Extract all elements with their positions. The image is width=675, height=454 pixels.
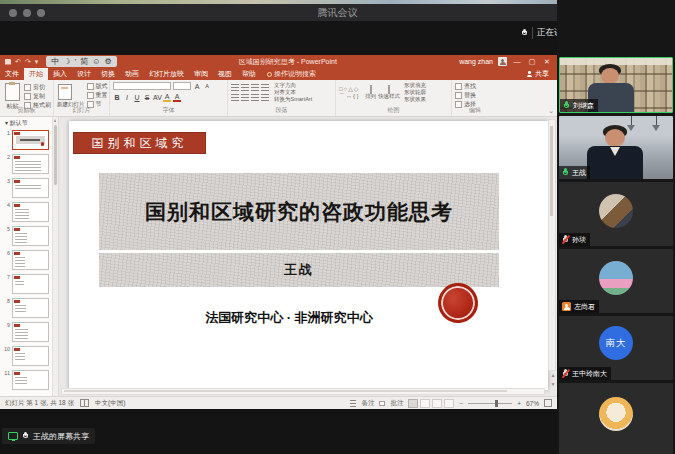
slide-thumbnail-3[interactable]: 3 (0, 177, 58, 201)
arrange-button[interactable]: 排列 (365, 93, 376, 100)
participant-tile-3[interactable]: 孙琰 (559, 182, 673, 246)
fit-to-window-icon[interactable] (544, 399, 552, 407)
slide-canvas[interactable]: 国别和区域究 国别和区域研究的咨政功能思考 王战 法国研究中心 · 非洲研究中心 (69, 121, 548, 390)
zoom-percentage[interactable]: 67% (526, 400, 539, 407)
find-button[interactable]: 查找 (464, 82, 476, 91)
align-right-icon[interactable] (251, 94, 259, 101)
tab-slideshow[interactable]: 幻灯片放映 (144, 68, 189, 80)
indent-decrease-icon[interactable] (251, 84, 259, 91)
decrease-font-icon[interactable]: A (203, 83, 211, 89)
italic-button[interactable]: I (123, 94, 131, 101)
font-size-select[interactable] (173, 82, 191, 90)
participant-tile-5[interactable]: 南大 王中玲南大 (559, 316, 673, 380)
zoom-in-icon[interactable]: + (517, 400, 521, 407)
slide-thumbnail-6[interactable]: 6 (0, 249, 58, 273)
slide-thumbnail-2[interactable]: 2 (0, 153, 58, 177)
strikethrough-button[interactable]: S (143, 94, 151, 101)
slide-thumbnail-11[interactable]: 11 (0, 369, 58, 393)
justify-icon[interactable] (261, 94, 269, 101)
spellcheck-icon[interactable] (80, 399, 89, 407)
participant-tile-6[interactable] (559, 383, 673, 454)
qat-dropdown-icon[interactable]: ▾ (35, 58, 39, 66)
ime-mode-toggle[interactable]: 中 (51, 56, 59, 67)
smartart-convert-button[interactable]: 转换为SmartArt (274, 96, 312, 103)
ime-simplified-toggle[interactable]: 简 (80, 56, 88, 67)
save-icon[interactable] (5, 59, 11, 65)
shape-outline-button[interactable]: 形状轮廓 (404, 89, 426, 96)
align-text-button[interactable]: 对齐文本 (274, 89, 312, 96)
slide-sorter-view-button[interactable] (420, 399, 430, 408)
tab-view[interactable]: 视图 (213, 68, 237, 80)
tab-file[interactable]: 文件 (0, 68, 24, 80)
account-avatar[interactable] (498, 57, 507, 66)
notes-toggle[interactable]: 备注 (361, 399, 374, 408)
align-left-icon[interactable] (231, 94, 239, 101)
text-direction-button[interactable]: 文字方向 (274, 82, 312, 89)
undo-icon[interactable]: ↶ (15, 58, 21, 66)
slide-nav-arrows[interactable]: ▲ ▼ (549, 372, 557, 388)
input-method-toolbar[interactable]: 中 ☽ ’ 简 ☺ ⚙ (46, 56, 116, 67)
layout-button[interactable]: 版式 (96, 82, 108, 91)
share-button[interactable]: 共享 (526, 69, 549, 79)
ppt-minimize-button[interactable]: — (512, 58, 522, 65)
tab-review[interactable]: 审阅 (189, 68, 213, 80)
indent-increase-icon[interactable] (261, 84, 269, 91)
numbering-icon[interactable] (241, 84, 249, 91)
participant-tile-1[interactable]: 刘继森 (559, 57, 673, 113)
slide-thumbnail-8[interactable]: 8 (0, 297, 58, 321)
tab-design[interactable]: 设计 (72, 68, 96, 80)
ime-moon-icon[interactable]: ☽ (63, 56, 70, 67)
tab-animations[interactable]: 动画 (120, 68, 144, 80)
ime-emoji-icon[interactable]: ☺ (92, 56, 100, 67)
comments-toggle[interactable]: 批注 (390, 399, 403, 408)
quick-styles-button[interactable]: 快速样式 (378, 93, 400, 100)
slide-thumbnail-9[interactable]: 9 (0, 321, 58, 345)
shape-effects-button[interactable]: 形状效果 (404, 96, 426, 103)
tell-me-search[interactable]: 操作说明搜索 (267, 69, 316, 79)
slide-thumbnail-1[interactable]: 1 (0, 129, 58, 153)
previous-slide-icon[interactable]: ▲ (551, 372, 556, 378)
slide-vertical-scrollbar[interactable] (548, 119, 556, 371)
tab-insert[interactable]: 插入 (48, 68, 72, 80)
zoom-slider-knob[interactable] (495, 400, 498, 407)
copy-button[interactable]: 复制 (33, 92, 45, 101)
slide-thumbnail-10[interactable]: 10 (0, 345, 58, 369)
slide-thumbnail-4[interactable]: 4 (0, 201, 58, 225)
new-slide-button[interactable]: 新建幻灯片 (57, 83, 85, 108)
ime-punct-icon[interactable]: ’ (74, 56, 76, 67)
font-name-select[interactable] (113, 82, 171, 90)
highlight-color-icon[interactable]: A (163, 93, 171, 102)
tab-help[interactable]: 帮助 (237, 68, 261, 80)
ppt-maximize-button[interactable]: ▢ (527, 58, 537, 66)
char-spacing-icon[interactable]: AV (153, 94, 161, 101)
tab-transitions[interactable]: 切换 (96, 68, 120, 80)
ime-settings-gear-icon[interactable]: ⚙ (104, 56, 111, 67)
replace-button[interactable]: 替换 (464, 91, 476, 100)
redo-icon[interactable]: ↷ (25, 58, 31, 66)
tab-home[interactable]: 开始 (24, 68, 48, 80)
shape-fill-button[interactable]: 形状填充 (404, 82, 426, 89)
slideshow-view-button[interactable] (444, 399, 454, 408)
align-center-icon[interactable] (241, 94, 249, 101)
increase-font-icon[interactable]: A (193, 83, 201, 90)
zoom-out-icon[interactable]: − (459, 400, 463, 407)
bullets-icon[interactable] (231, 84, 239, 91)
collapse-ribbon-icon[interactable]: ⌄ (548, 107, 554, 115)
reset-button[interactable]: 重置 (96, 91, 108, 100)
font-color-icon[interactable]: A (173, 93, 181, 102)
bold-button[interactable]: B (113, 94, 121, 101)
cut-button[interactable]: 剪切 (33, 83, 45, 92)
slide-thumbnail-7[interactable]: 7 (0, 273, 58, 297)
language-label[interactable]: 中文(中国) (95, 399, 125, 408)
slide-thumbnail-panel[interactable]: ▾ 默认节 1 2 3 4 5 6 (0, 117, 59, 396)
participant-tile-4[interactable]: 左尚君 (559, 249, 673, 313)
participant-tile-2[interactable]: 王战 (559, 116, 673, 179)
thumbnail-scrollbar[interactable] (52, 117, 58, 396)
normal-view-button[interactable] (408, 399, 418, 408)
next-slide-icon[interactable]: ▼ (551, 381, 556, 387)
zoom-slider[interactable] (468, 403, 512, 404)
slide-edit-area[interactable]: 国别和区域究 国别和区域研究的咨政功能思考 王战 法国研究中心 · 非洲研究中心… (59, 117, 557, 396)
slide-thumbnail-5[interactable]: 5 (0, 225, 58, 249)
reading-view-button[interactable] (432, 399, 442, 408)
section-header[interactable]: ▾ 默认节 (0, 117, 58, 129)
